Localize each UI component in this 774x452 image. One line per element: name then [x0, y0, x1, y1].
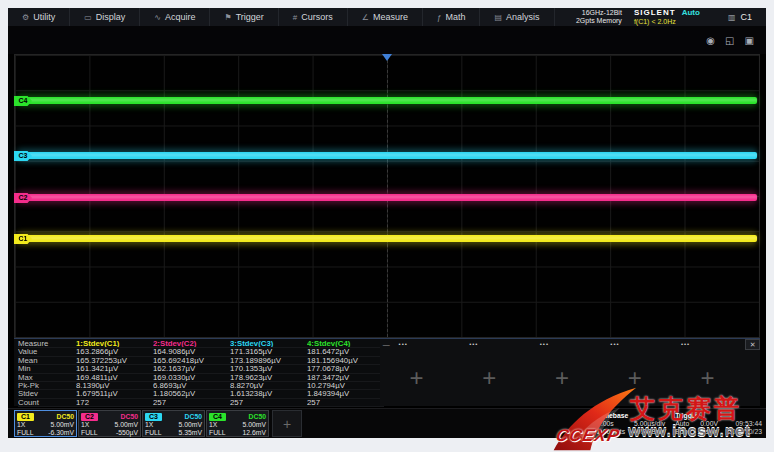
- add-measurement-button[interactable]: +: [380, 349, 453, 406]
- measure-value: 170.1353µV: [230, 365, 307, 373]
- measure-row-label: Value: [18, 348, 76, 356]
- measure-row-label: Mean: [18, 357, 76, 365]
- menu-cursors[interactable]: # Cursors: [279, 8, 348, 26]
- minimize-icon[interactable]: —: [380, 341, 393, 348]
- offset-label: 12.6mV: [243, 429, 266, 437]
- analysis-icon: ▤: [494, 13, 502, 22]
- offset-label: -6.30mV: [48, 429, 74, 437]
- measure-value: 173.189896µV: [230, 357, 307, 365]
- measure-value: 163.2866µV: [76, 348, 153, 356]
- math-icon: ƒ: [437, 13, 441, 22]
- measure-value: 177.0678µV: [307, 365, 384, 373]
- add-measurement-button[interactable]: +: [526, 349, 599, 406]
- measure-empty-slots-area: — ••• ••• ••• ••• ••• ✕ + + + + +: [380, 339, 760, 406]
- measure-value: 161.3421µV: [76, 365, 153, 373]
- acquisition-mode-badge[interactable]: Auto: [680, 8, 708, 26]
- status-cluster: 16GHz-12Bit 2Gpts Memory SIGLENT f(C1) <…: [576, 8, 766, 26]
- measure-value: 169.4811µV: [76, 374, 153, 382]
- page: { "channel_colors": { "C1": "#f2ea1d", "…: [0, 0, 774, 452]
- scale-label: 5.00mV: [51, 421, 74, 429]
- trigger-status-icon: ▥: [728, 13, 736, 22]
- measure-slots-header: — ••• ••• ••• ••• ••• ✕: [380, 339, 760, 349]
- measure-value: 10.2794µV: [307, 382, 384, 390]
- device-memory: 2Gpts Memory: [576, 17, 622, 25]
- menu-utility-label: Utility: [33, 12, 55, 22]
- brand-block: SIGLENT f(C1) < 2.0Hz: [630, 8, 680, 26]
- offset-label: -550µV: [116, 429, 138, 437]
- display-icon: ▭: [84, 13, 92, 22]
- atten-label: 1X: [81, 421, 89, 429]
- trigger-type: Edge: [675, 428, 691, 436]
- flag-icon: ⚑: [224, 13, 231, 22]
- menu-analysis-label: Analysis: [506, 12, 540, 22]
- bandwidth-label: FULL: [209, 429, 226, 437]
- trigger-box[interactable]: Trigger Auto0.00V EdgeRising: [675, 412, 718, 436]
- measure-row-label: Max: [18, 374, 76, 382]
- slot-dots-icon: •••: [463, 341, 534, 347]
- coupling-label: DC50: [185, 413, 202, 420]
- channel-box-c2[interactable]: C2 DC50 1X5.00mV FULL-550µV: [78, 410, 141, 437]
- measure-value: 162.1637µV: [153, 365, 230, 373]
- channel-box-c1[interactable]: C1 DC50 1X5.00mV FULL-6.30mV: [14, 410, 77, 437]
- menu-analysis[interactable]: ▤ Analysis: [480, 8, 554, 26]
- measure-value: 6.8693µV: [153, 382, 230, 390]
- bandwidth-label: FULL: [145, 429, 162, 437]
- channel-box-c3[interactable]: C3 DC50 1X5.00mV FULL5.35mV: [142, 410, 205, 437]
- measure-table: Measure 1:Stdev(C1) 2:Stdev(C2) 3:Stdev(…: [14, 339, 380, 406]
- trigger-position-marker[interactable]: [382, 54, 392, 61]
- measure-value: 1.849394µV: [307, 390, 384, 398]
- oscilloscope-screen: ⚙ Utility ▭ Display ∿ Acquire ⚑ Trigger …: [8, 8, 766, 438]
- offset-label: 5.35mV: [179, 429, 202, 437]
- add-channel-button[interactable]: +: [272, 410, 302, 437]
- menu-display[interactable]: ▭ Display: [70, 8, 140, 26]
- fullscreen-icon[interactable]: ◱: [725, 35, 734, 46]
- clock-time: 09:53:44: [728, 420, 762, 428]
- channel-tag: C1: [17, 413, 34, 421]
- close-icon[interactable]: ✕: [745, 339, 760, 350]
- timebase-points: 2.00Mpts: [597, 428, 625, 436]
- menu-cursors-label: Cursors: [301, 12, 333, 22]
- measure-value: 257: [230, 399, 307, 407]
- measure-col-header-1[interactable]: 1:Stdev(C1): [76, 340, 153, 348]
- measure-value: 165.692418µV: [153, 357, 230, 365]
- menu-measure[interactable]: ∠ Measure: [348, 8, 423, 26]
- scale-label: 5.00mV: [115, 421, 138, 429]
- active-channel-indicator[interactable]: ▥ C1: [708, 12, 766, 22]
- waveform-graticule[interactable]: C4 C3 C2 C1: [14, 54, 760, 338]
- trigger-frequency: f(C1) < 2.0Hz: [634, 17, 676, 26]
- trigger-slope: Rising: [699, 428, 718, 436]
- bandwidth-label: FULL: [81, 429, 98, 437]
- measure-add-slots: + + + + +: [380, 349, 744, 406]
- active-channel-label: C1: [740, 12, 752, 22]
- atten-label: 1X: [145, 421, 153, 429]
- menu-utility[interactable]: ⚙ Utility: [8, 8, 70, 26]
- measure-value: 1.679511µV: [76, 390, 153, 398]
- screenshot-icon[interactable]: ◉: [706, 35, 715, 46]
- menu-acquire[interactable]: ∿ Acquire: [140, 8, 210, 26]
- add-measurement-button[interactable]: +: [598, 349, 671, 406]
- measure-col-header-3[interactable]: 3:Stdev(C3): [230, 340, 307, 348]
- menu-display-label: Display: [96, 12, 126, 22]
- measure-row-label: Min: [18, 365, 76, 373]
- scale-label: 5.00mV: [243, 421, 266, 429]
- channel-tag: C4: [209, 413, 226, 421]
- timebase-box[interactable]: Timebase 0.00s5.00µs/div 2.00Mpts40.0GSa…: [597, 412, 665, 436]
- measure-row-label: Count: [18, 399, 76, 407]
- cursors-icon: #: [293, 13, 297, 22]
- save-icon[interactable]: ▣: [745, 35, 754, 46]
- atten-label: 1X: [17, 421, 25, 429]
- menu-trigger-label: Trigger: [236, 12, 264, 22]
- trigger-label: Trigger: [675, 412, 718, 420]
- menu-math[interactable]: ƒ Math: [423, 8, 480, 26]
- menu-trigger[interactable]: ⚑ Trigger: [210, 8, 278, 26]
- clock-date: 2024/10/23: [728, 428, 762, 436]
- channel-box-c4[interactable]: C4 DC50 1X5.00mV FULL12.6mV: [206, 410, 269, 437]
- measure-col-header-4[interactable]: 4:Stdev(C4): [307, 340, 384, 348]
- slot-dots-icon: •••: [675, 341, 746, 347]
- add-measurement-button[interactable]: +: [453, 349, 526, 406]
- trace-c2: [17, 194, 757, 201]
- measure-col-header-2[interactable]: 2:Stdev(C2): [153, 340, 230, 348]
- measure-value: 178.9623µV: [230, 374, 307, 382]
- add-measurement-button[interactable]: +: [671, 349, 744, 406]
- sub-toolbar: ◉ ◱ ▣: [8, 26, 766, 54]
